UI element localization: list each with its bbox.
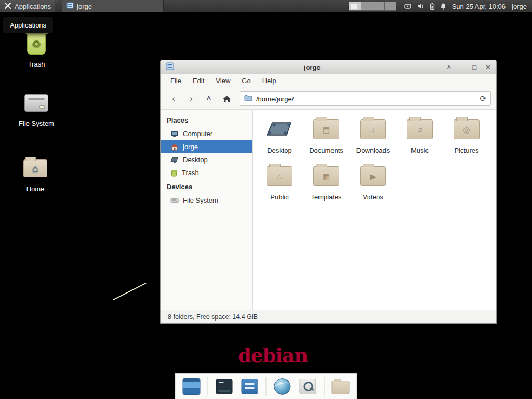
dock-item-panel[interactable] (241, 377, 259, 396)
menu-go[interactable]: Go (236, 74, 256, 88)
window-title: jorge (177, 63, 447, 71)
folder-icon: ◎ (454, 119, 480, 139)
sidebar-item-computer[interactable]: Computer (161, 127, 252, 140)
dock-item-desktop[interactable] (182, 377, 201, 396)
window-controls: ˄ – □ ✕ (447, 64, 491, 71)
desktop-icon-label: File System (10, 119, 62, 127)
magnifier-icon (300, 379, 316, 394)
folder-icon: ▤ (313, 119, 339, 139)
panel-clock[interactable]: Sun 25 Apr, 10:06 (452, 3, 506, 10)
folder-label: Desktop (267, 147, 292, 154)
menu-edit[interactable]: Edit (187, 74, 210, 88)
dock-item-web-browser[interactable] (273, 377, 292, 396)
home-icon (170, 143, 179, 151)
home-button[interactable] (219, 91, 234, 106)
volume-icon[interactable] (417, 3, 425, 10)
trash-icon: ♻ (10, 30, 62, 57)
folder-label: Templates (311, 193, 341, 201)
close-button[interactable]: ✕ (485, 64, 491, 71)
folder-label: Music (411, 147, 429, 154)
dock-item-file-manager[interactable] (331, 377, 350, 396)
desktop-icon-home[interactable]: ⌂ Home (9, 155, 61, 193)
sidebar-item-desktop[interactable]: Desktop (161, 153, 252, 166)
sidebar-item-label: Desktop (183, 156, 208, 164)
statusbar: 8 folders, Free space: 14.4 GiB (161, 310, 496, 323)
download-arrow-emblem: ↓ (371, 126, 375, 134)
applications-menu-label: Applications (15, 3, 51, 10)
forward-button[interactable]: › (183, 91, 199, 106)
desktop-icon (170, 156, 179, 164)
applications-menu-icon (4, 2, 11, 11)
folder-icon: ▶ (360, 166, 386, 186)
folder-item-videos[interactable]: ▶ Videos (350, 163, 396, 201)
places-header: Places (161, 113, 252, 127)
folder-item-documents[interactable]: ▤ Documents (303, 116, 350, 154)
folder-label: Videos (363, 193, 383, 201)
window-body: Places Computer jorge Desktop (161, 110, 496, 310)
applications-tooltip: Applications (3, 17, 53, 33)
home-folder-icon: ⌂ (9, 155, 61, 182)
folder-item-templates[interactable]: ▦ Templates (303, 163, 350, 201)
titlebar[interactable]: jorge ˄ – □ ✕ (161, 60, 496, 74)
notifications-bell-icon[interactable] (440, 3, 447, 10)
workspace-2[interactable] (361, 2, 373, 11)
location-bar[interactable]: /home/jorge/ ⟳ (240, 91, 491, 106)
folder-label: Public (270, 193, 288, 201)
sidebar-item-label: jorge (183, 143, 198, 151)
taskbar-window-button[interactable]: jorge (62, 0, 164, 12)
window-icon (166, 62, 174, 72)
sidebar-item-label: File System (183, 196, 218, 204)
menu-help[interactable]: Help (257, 74, 282, 88)
up-button[interactable]: ˄ (201, 91, 217, 106)
sidebar-item-label: Computer (183, 130, 212, 138)
folder-label: Documents (309, 147, 343, 154)
workspace-3[interactable] (373, 2, 384, 11)
globe-icon (274, 378, 291, 395)
desktop-icon-label: Trash (10, 60, 62, 68)
input-indicator-icon[interactable] (404, 3, 412, 10)
desktop-icon-trash[interactable]: ♻ Trash (10, 30, 62, 68)
cursor-artifact (113, 283, 147, 300)
folder-item-pictures[interactable]: ◎ Pictures (443, 116, 490, 154)
panel-user-menu[interactable]: jorge (512, 3, 527, 10)
sidebar-item-file-system[interactable]: File System (161, 194, 252, 207)
folder-item-music[interactable]: ♫ Music (396, 116, 443, 154)
dock-separator (266, 377, 267, 396)
trash-small-icon (170, 169, 178, 177)
folder-view[interactable]: Desktop ▤ Documents ↓ Downloads ♫ Music … (253, 110, 496, 310)
menubar: File Edit View Go Help (161, 74, 496, 88)
folder-dock-icon (332, 381, 350, 394)
template-emblem: ▦ (323, 172, 330, 180)
desktop-icon-file-system[interactable]: File System (10, 89, 62, 127)
back-button[interactable]: ‹ (166, 91, 181, 106)
minimize-button[interactable]: – (460, 64, 463, 71)
folder-item-downloads[interactable]: ↓ Downloads (350, 116, 396, 154)
music-note-emblem: ♫ (417, 126, 422, 134)
panel-separator (56, 0, 59, 12)
power-manager-icon[interactable] (430, 3, 435, 10)
folder-item-desktop[interactable]: Desktop (256, 116, 303, 154)
top-panel: Applications jorge Sun 25 Apr, 10:06 jor… (0, 0, 532, 12)
workspace-4[interactable] (384, 2, 396, 11)
drive-icon (170, 197, 179, 204)
workspace-pager (349, 2, 396, 11)
workspace-1[interactable] (349, 2, 361, 11)
path-text[interactable]: /home/jorge/ (256, 95, 476, 103)
menu-file[interactable]: File (165, 74, 187, 88)
shade-button[interactable]: ˄ (447, 64, 451, 71)
folder-icon: ▦ (313, 166, 339, 186)
sidebar-item-trash[interactable]: Trash (161, 166, 252, 179)
home-emblem-glyph: ⌂ (32, 163, 38, 174)
maximize-button[interactable]: □ (472, 64, 476, 71)
reload-button[interactable]: ⟳ (480, 94, 486, 103)
folder-item-public[interactable]: ∴ Public (256, 163, 303, 201)
dock-item-app-finder[interactable] (299, 377, 317, 396)
menu-view[interactable]: View (210, 74, 236, 88)
panel-settings-icon (242, 379, 258, 394)
folder-icon: ♫ (407, 119, 433, 139)
applications-menu-button[interactable]: Applications (0, 0, 55, 12)
desktop-settings-icon (183, 378, 201, 395)
dock-item-terminal[interactable] (215, 377, 234, 396)
sidebar-item-jorge[interactable]: jorge (161, 140, 252, 153)
film-emblem: ▶ (370, 172, 376, 180)
